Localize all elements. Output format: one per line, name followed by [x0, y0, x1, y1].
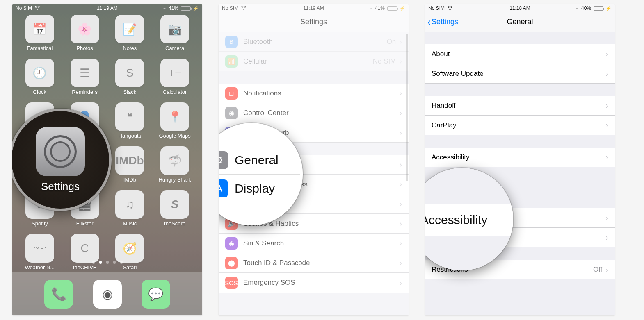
battery-pct: 41% — [375, 5, 385, 11]
charging-icon: ⚡ — [606, 6, 612, 11]
chevron-right-icon: › — [605, 120, 608, 130]
zoom-callout-settings: Settings — [12, 109, 112, 211]
settings-app-icon[interactable] — [36, 127, 85, 176]
clock-label: 11:18 AM — [509, 5, 530, 11]
row-control-center[interactable]: ◉Control Center› — [219, 103, 409, 123]
row-icon: SOS — [225, 277, 238, 289]
chevron-right-icon: › — [605, 101, 608, 110]
gear-icon — [44, 135, 77, 168]
row-value: Off — [593, 266, 602, 274]
section-gap — [219, 71, 409, 84]
row-label: Software Update — [432, 70, 605, 78]
row-handoff[interactable]: Handoff› — [425, 96, 615, 116]
zoom-accessibility-label: Accessibility — [425, 213, 487, 227]
chevron-right-icon: › — [399, 238, 402, 248]
row-label: Siri & Search — [243, 239, 399, 247]
row-carplay[interactable]: CarPlay› — [425, 116, 615, 135]
chevron-right-icon: › — [399, 128, 402, 137]
chevron-right-icon: › — [399, 258, 402, 268]
chevron-right-icon: › — [605, 233, 608, 242]
row-value: On — [387, 38, 396, 46]
display-icon: A — [219, 179, 228, 197]
section-gap — [425, 84, 615, 96]
status-bar: No SIM 11:19 AM ⌁ 41% ⚡ — [219, 4, 409, 12]
bluetooth-icon: ⌁ — [576, 6, 579, 11]
wifi-icon — [447, 5, 453, 11]
section-gap — [425, 135, 615, 148]
carrier-label: No SIM — [428, 5, 445, 11]
row-icon: ◻ — [225, 87, 238, 100]
phone-settings: No SIM 11:19 AM ⌁ 41% ⚡ Settings BBlueto… — [219, 4, 409, 315]
battery-icon — [387, 6, 397, 11]
chevron-left-icon: ‹ — [427, 16, 431, 28]
row-icon: ◉ — [225, 107, 238, 119]
charging-icon: ⚡ — [400, 6, 405, 11]
zoom-general-label: General — [235, 153, 279, 167]
row-siri-search[interactable]: ◉Siri & Search› — [219, 234, 409, 253]
row-icon: B — [225, 36, 238, 48]
page-title: Settings — [300, 18, 327, 26]
clock-label: 11:19 AM — [303, 5, 324, 11]
row-icon: 📶 — [225, 55, 238, 68]
chevron-right-icon: › — [605, 69, 608, 78]
chevron-right-icon: › — [399, 108, 402, 118]
chevron-right-icon: › — [399, 160, 402, 169]
carrier-label: No SIM — [222, 5, 238, 11]
chevron-right-icon: › — [399, 37, 402, 46]
row-label: Notifications — [243, 89, 399, 98]
row-about[interactable]: About› — [425, 44, 615, 64]
chevron-right-icon: › — [605, 265, 608, 275]
gear-icon: ⚙ — [219, 151, 228, 169]
settings-app-label: Settings — [41, 180, 80, 193]
nav-bar: Settings — [219, 12, 409, 32]
row-label: Handoff — [432, 102, 605, 110]
chevron-right-icon: › — [399, 57, 402, 66]
row-value: No SIM — [373, 57, 396, 66]
row-software-update[interactable]: Software Update› — [425, 64, 615, 84]
row-label: Touch ID & Passcode — [243, 259, 399, 267]
row-emergency-sos[interactable]: SOSEmergency SOS› — [219, 273, 409, 293]
row-accessibility[interactable]: Accessibility› — [425, 148, 615, 167]
battery-pct: 40% — [581, 5, 591, 11]
section-gap — [425, 32, 615, 44]
back-button[interactable]: ‹ Settings — [427, 16, 458, 28]
chevron-right-icon: › — [399, 219, 402, 228]
chevron-right-icon: › — [399, 179, 402, 189]
row-label: Accessibility — [432, 153, 605, 161]
row-label: Bluetooth — [243, 38, 387, 46]
row-label: About — [432, 50, 605, 58]
zoom-display-label: Display — [235, 182, 275, 195]
row-label: Emergency SOS — [243, 279, 399, 287]
row-touch-id-passcode[interactable]: ⬤Touch ID & Passcode› — [219, 253, 409, 273]
bluetooth-icon: ⌁ — [370, 6, 372, 11]
status-bar: No SIM 11:18 AM ⌁ 40% ⚡ — [425, 4, 615, 12]
row-label: Control Center — [243, 109, 399, 117]
nav-bar: ‹ Settings General — [425, 12, 615, 32]
phone-home: No SIM 11:19 AM ⌁ 41% ⚡ 📅 Fantastical🌸 P… — [12, 4, 202, 315]
battery-icon — [594, 6, 603, 11]
row-icon: ⬤ — [225, 257, 238, 269]
chevron-right-icon: › — [399, 89, 402, 98]
row-notifications[interactable]: ◻Notifications› — [219, 84, 409, 103]
wifi-icon — [241, 5, 247, 11]
chevron-right-icon: › — [605, 49, 608, 59]
scroll-indicator — [406, 34, 408, 181]
chevron-right-icon: › — [399, 199, 402, 209]
chevron-right-icon: › — [399, 278, 402, 288]
row-label: Cellular — [243, 57, 373, 66]
row-cellular[interactable]: 📶CellularNo SIM› — [219, 52, 409, 71]
row-bluetooth[interactable]: BBluetoothOn› — [219, 32, 409, 52]
chevron-right-icon: › — [605, 213, 608, 222]
row-label: CarPlay — [432, 121, 605, 129]
page-title: General — [507, 18, 533, 26]
row-icon: ◉ — [225, 237, 238, 250]
chevron-right-icon: › — [605, 152, 608, 162]
phone-general: No SIM 11:18 AM ⌁ 40% ⚡ ‹ Settings Gener… — [425, 4, 615, 315]
back-label: Settings — [432, 18, 458, 26]
